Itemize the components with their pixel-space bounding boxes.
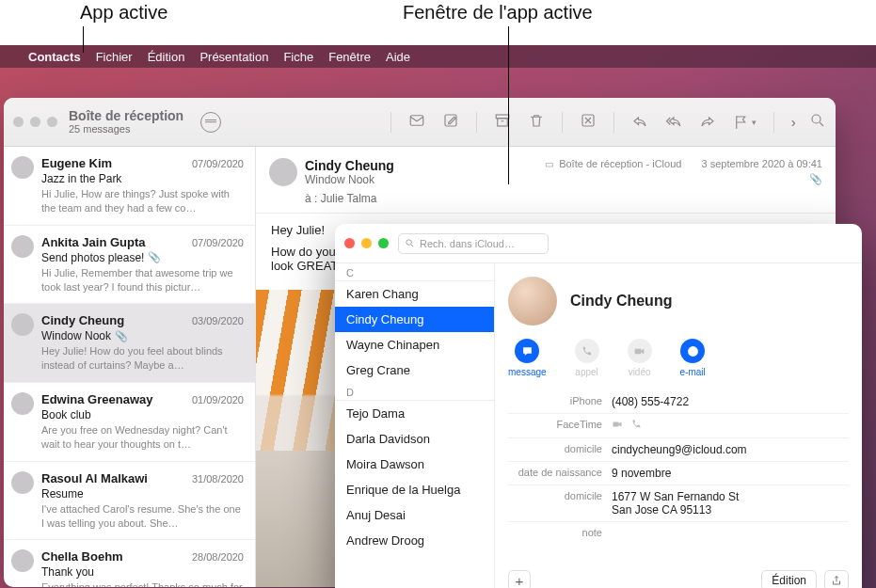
contact-item[interactable]: Enrique de la Huelga <box>335 477 494 502</box>
share-button[interactable] <box>824 570 849 588</box>
message-subject: Thank you <box>41 565 244 579</box>
search-icon[interactable] <box>809 112 826 133</box>
contacts-traffic-lights[interactable] <box>344 238 389 248</box>
field-iphone: (408) 555-4722 <box>612 395 849 408</box>
contacts-titlebar: Rech. dans iCloud… <box>335 224 862 263</box>
svg-rect-3 <box>497 118 507 125</box>
compose-icon[interactable] <box>442 112 459 133</box>
mail-titlebar: Boîte de réception 25 messages ▾ <box>4 98 836 147</box>
message-date: 31/08/2020 <box>192 473 244 485</box>
message-list[interactable]: Eugene Kim07/09/2020Jazz in the ParkHi J… <box>4 147 256 587</box>
mail-traffic-lights[interactable] <box>13 117 57 127</box>
field-home-address: 1677 W San Fernando St San Jose CA 95113 <box>612 490 849 516</box>
attachment-icon: 📎 <box>148 251 161 263</box>
menu-item-fichier[interactable]: Fichier <box>96 50 133 64</box>
message-sender: Chella Boehm <box>41 549 123 564</box>
reply-icon[interactable] <box>631 112 648 133</box>
contact-item[interactable]: Karen Chang <box>335 281 494 307</box>
message-preview: Hey Julie! How do you feel about blinds … <box>41 344 244 373</box>
attachment-icon: 📎 <box>115 330 128 342</box>
desktop: ContactsFichierÉditionPrésentationFicheF… <box>0 45 876 588</box>
contact-fields: iPhone(408) 555-4722 FaceTime domicileci… <box>508 390 849 543</box>
section-header: C <box>335 263 494 281</box>
overflow-icon[interactable]: ›› <box>791 115 792 130</box>
action-message[interactable]: message <box>508 339 547 377</box>
menu-item-présentation[interactable]: Présentation <box>199 50 268 64</box>
message-date: 07/09/2020 <box>192 158 244 169</box>
menu-item-édition[interactable]: Édition <box>148 50 185 64</box>
contact-item[interactable]: Cindy Cheung <box>335 307 494 332</box>
contact-footer: + Édition <box>508 563 849 588</box>
contact-item[interactable]: Anuj Desai <box>335 502 494 528</box>
svg-point-5 <box>812 115 820 123</box>
contact-item[interactable]: Moira Dawson <box>335 452 494 477</box>
callout-app-active: App active <box>80 2 167 24</box>
field-birthday: 9 novembre <box>612 467 849 480</box>
edit-button[interactable]: Édition <box>761 570 817 588</box>
contact-name: Cindy Cheung <box>570 293 672 310</box>
field-home-email: cindycheung9@icloud.com <box>612 443 849 456</box>
message-datetime: 3 septembre 2020 à 09:41 <box>702 158 822 169</box>
mail-envelope-icon[interactable] <box>408 112 425 133</box>
trash-icon[interactable] <box>528 112 545 133</box>
junk-icon[interactable] <box>580 112 597 133</box>
action-email[interactable]: @ e-mail <box>680 339 706 377</box>
contact-photo <box>508 277 557 326</box>
message-meta: ▭Boîte de réception - iCloud 3 septembre… <box>545 158 822 185</box>
message-item[interactable]: Ankita Jain Gupta07/09/2020Send photos p… <box>4 226 255 305</box>
message-preview: Are you free on Wednesday night? Can't w… <box>41 423 244 452</box>
message-header: Cindy Cheung Window Nook ▭Boîte de récep… <box>256 147 836 214</box>
message-item[interactable]: Rasoul Al Malkawi31/08/2020ResumeI've at… <box>4 462 255 541</box>
avatar <box>11 392 34 415</box>
message-subject: Send photos please! 📎 <box>41 251 244 264</box>
contact-item[interactable]: Darla Davidson <box>335 426 494 452</box>
message-to: à : Julie Talma <box>305 192 820 205</box>
callout-line-right <box>508 26 509 184</box>
callout-line-left <box>83 26 84 53</box>
contact-item[interactable]: Andrew Droog <box>335 528 494 553</box>
contact-item[interactable]: Greg Crane <box>335 358 494 383</box>
message-sender: Edwina Greenaway <box>41 392 153 406</box>
message-item[interactable]: Eugene Kim07/09/2020Jazz in the ParkHi J… <box>4 147 255 226</box>
field-note[interactable] <box>612 527 849 538</box>
action-video[interactable]: vidéo <box>628 339 652 377</box>
message-preview: Hi Julie, How are things? Just spoke wit… <box>41 187 244 215</box>
message-item[interactable]: Edwina Greenaway01/09/2020Book clubAre y… <box>4 383 255 462</box>
section-header: D <box>335 383 494 401</box>
action-call[interactable]: appel <box>575 339 599 377</box>
forward-icon[interactable] <box>699 112 716 133</box>
message-preview: I've attached Carol's resume. She's the … <box>41 502 244 531</box>
svg-point-6 <box>406 240 412 246</box>
message-sender: Ankita Jain Gupta <box>41 235 146 249</box>
message-date: 07/09/2020 <box>192 237 244 248</box>
avatar <box>11 549 34 572</box>
message-item[interactable]: Chella Boehm28/08/2020Thank youEverythin… <box>4 540 255 587</box>
attachment-icon: 📎 <box>809 173 822 184</box>
message-sender: Rasoul Al Malkawi <box>41 471 148 485</box>
reply-all-icon[interactable] <box>665 112 682 133</box>
avatar <box>269 158 297 186</box>
message-preview: Hi Julie, Remember that awesome trip we … <box>41 266 244 294</box>
search-input[interactable]: Rech. dans iCloud… <box>398 233 549 254</box>
contacts-list[interactable]: CKaren ChangCindy CheungWayne ChinapenGr… <box>335 263 495 588</box>
search-icon <box>405 238 415 248</box>
phone-icon <box>630 419 642 430</box>
callout-window-active: Fenêtre de l'app active <box>403 2 593 24</box>
contact-item[interactable]: Tejo Dama <box>335 401 494 426</box>
contact-item[interactable]: Wayne Chinapen <box>335 332 494 358</box>
add-field-button[interactable]: + <box>508 570 531 588</box>
message-item[interactable]: Cindy Cheung03/09/2020Window Nook 📎Hey J… <box>4 304 255 383</box>
menu-item-fenêtre[interactable]: Fenêtre <box>328 50 371 64</box>
menu-item-aide[interactable]: Aide <box>386 50 410 64</box>
menu-item-fiche[interactable]: Fiche <box>283 50 313 64</box>
message-date: 03/09/2020 <box>192 315 244 326</box>
filter-icon[interactable] <box>200 112 221 133</box>
menubar: ContactsFichierÉditionPrésentationFicheF… <box>0 45 876 68</box>
avatar <box>11 235 34 258</box>
message-sender: Eugene Kim <box>41 156 112 170</box>
mail-subtitle: 25 messages <box>69 123 183 135</box>
menu-item-contacts[interactable]: Contacts <box>28 50 81 64</box>
flag-icon[interactable]: ▾ <box>733 114 757 131</box>
message-date: 01/09/2020 <box>192 394 244 405</box>
svg-rect-0 <box>410 115 423 125</box>
